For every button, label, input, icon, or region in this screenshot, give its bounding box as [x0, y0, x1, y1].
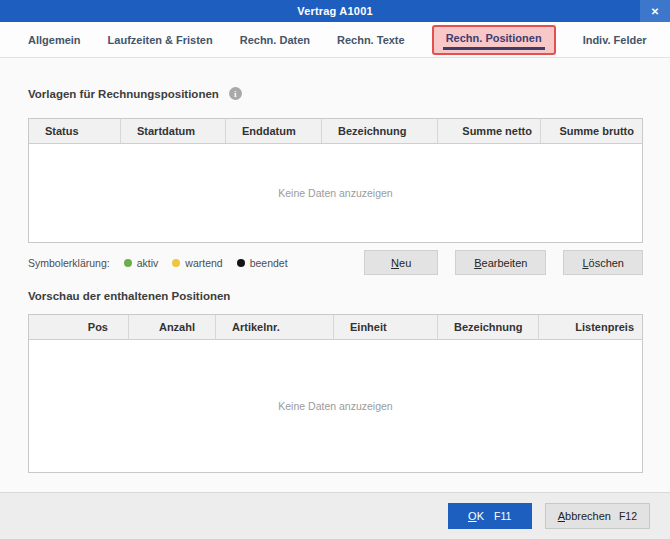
- status-dot-ended-icon: [237, 259, 245, 267]
- info-icon[interactable]: i: [229, 87, 242, 100]
- column-header-listenpreis[interactable]: Listenpreis: [539, 315, 642, 339]
- column-header-status[interactable]: Status: [29, 119, 121, 143]
- status-legend: Symbolerklärung: aktiv wartend beendet: [28, 257, 288, 269]
- dialog-content: Vorlagen für Rechnungspositionen i Statu…: [0, 58, 670, 492]
- close-icon[interactable]: ✕: [640, 0, 670, 22]
- column-header-startdatum[interactable]: Startdatum: [121, 119, 226, 143]
- templates-section-title: Vorlagen für Rechnungspositionen i: [28, 87, 643, 100]
- status-dot-waiting-icon: [172, 259, 180, 267]
- ok-button[interactable]: OK F11: [448, 503, 532, 529]
- templates-section-title-text: Vorlagen für Rechnungspositionen: [28, 88, 219, 100]
- edit-button[interactable]: Bearbeiten: [455, 250, 546, 275]
- action-buttons: Neu Bearbeiten Löschen: [364, 250, 643, 275]
- legend-item-wartend-label: wartend: [185, 257, 222, 269]
- cancel-button-rest: bbrechen: [565, 510, 611, 522]
- cancel-shortcut: F12: [619, 510, 637, 522]
- delete-button[interactable]: Löschen: [563, 250, 643, 275]
- ok-button-label: OK: [468, 510, 484, 522]
- column-header-enddatum[interactable]: Enddatum: [226, 119, 322, 143]
- column-header-einheit[interactable]: Einheit: [334, 315, 438, 339]
- preview-table-body[interactable]: Keine Daten anzuzeigen: [29, 340, 642, 472]
- cancel-button-label: Abbrechen: [558, 510, 611, 522]
- window-title: Vertrag A1001: [297, 5, 373, 17]
- legend-item-aktiv-label: aktiv: [137, 257, 159, 269]
- tab-allgemein[interactable]: Allgemein: [28, 28, 81, 52]
- column-header-summe-brutto[interactable]: Summe brutto: [541, 119, 642, 143]
- column-header-artikelnr[interactable]: Artikelnr.: [216, 315, 334, 339]
- preview-table: Pos Anzahl Artikelnr. Einheit Bezeichnun…: [28, 314, 643, 473]
- ok-button-rest: K: [477, 510, 484, 522]
- tab-bar: Allgemein Laufzeiten & Fristen Rechn. Da…: [0, 22, 670, 58]
- tab-rechn-positionen[interactable]: Rechn. Positionen: [432, 25, 556, 55]
- legend-item-beendet-label: beendet: [250, 257, 288, 269]
- legend-item-beendet: beendet: [237, 257, 288, 269]
- legend-and-actions-row: Symbolerklärung: aktiv wartend beendet N…: [28, 250, 643, 275]
- column-header-anzahl[interactable]: Anzahl: [129, 315, 216, 339]
- preview-table-header: Pos Anzahl Artikelnr. Einheit Bezeichnun…: [29, 315, 642, 340]
- preview-section-title-text: Vorschau der enthaltenen Positionen: [28, 290, 230, 302]
- ok-shortcut: F11: [494, 510, 511, 522]
- new-button[interactable]: Neu: [364, 250, 438, 275]
- column-header-bezeichnung[interactable]: Bezeichnung: [322, 119, 438, 143]
- new-button-rest: eu: [399, 257, 411, 269]
- ok-button-accel: O: [468, 510, 477, 522]
- tab-rechn-texte[interactable]: Rechn. Texte: [337, 28, 405, 52]
- new-button-accel: N: [391, 257, 399, 269]
- templates-empty-state: Keine Daten anzuzeigen: [278, 187, 392, 199]
- legend-item-wartend: wartend: [172, 257, 222, 269]
- contract-dialog: Vertrag A1001 ✕ Allgemein Laufzeiten & F…: [0, 0, 670, 539]
- cancel-button[interactable]: Abbrechen F12: [545, 503, 650, 529]
- templates-table-body[interactable]: Keine Daten anzuzeigen: [29, 144, 642, 242]
- cancel-button-accel: A: [558, 510, 565, 522]
- status-dot-active-icon: [124, 259, 132, 267]
- tab-indiv-felder[interactable]: Indiv. Felder: [583, 28, 647, 52]
- edit-button-rest: earbeiten: [482, 257, 528, 269]
- legend-item-aktiv: aktiv: [124, 257, 159, 269]
- templates-table-header: Status Startdatum Enddatum Bezeichnung S…: [29, 119, 642, 144]
- column-header-summe-netto[interactable]: Summe netto: [438, 119, 541, 143]
- column-header-bezeichnung-preview[interactable]: Bezeichnung: [438, 315, 539, 339]
- preview-section-title: Vorschau der enthaltenen Positionen: [28, 290, 643, 302]
- tab-rechn-daten[interactable]: Rechn. Daten: [240, 28, 310, 52]
- delete-button-rest: öschen: [589, 257, 624, 269]
- tab-laufzeiten-fristen[interactable]: Laufzeiten & Fristen: [108, 28, 213, 52]
- preview-empty-state: Keine Daten anzuzeigen: [278, 400, 392, 412]
- legend-label: Symbolerklärung:: [28, 257, 110, 269]
- column-header-pos[interactable]: Pos: [29, 315, 129, 339]
- templates-table: Status Startdatum Enddatum Bezeichnung S…: [28, 118, 643, 243]
- dialog-footer: OK F11 Abbrechen F12: [0, 492, 670, 539]
- titlebar: Vertrag A1001 ✕: [0, 0, 670, 22]
- edit-button-accel: B: [474, 257, 481, 269]
